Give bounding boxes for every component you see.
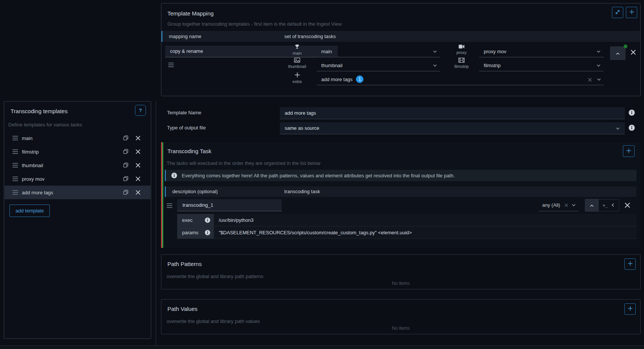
- filmstrip-icon: [458, 58, 465, 64]
- slot-main-label: main: [285, 51, 309, 55]
- trophy-icon: [294, 45, 300, 51]
- sidebar-item-proxy-mov[interactable]: proxy mov: [5, 172, 150, 186]
- template-mapping-title: Template Mapping: [167, 10, 214, 17]
- filmstrip-template-dropdown[interactable]: filmstrip: [479, 60, 604, 71]
- sidebar-item-main[interactable]: main: [5, 131, 150, 145]
- path-patterns-section: Path Patterns overwrite the global and l…: [161, 254, 641, 289]
- plus-icon: [626, 148, 632, 155]
- slot-proxy: proxy: [450, 44, 473, 55]
- duplicate-icon[interactable]: [123, 162, 129, 168]
- drag-handle-icon[interactable]: [12, 136, 18, 140]
- transcoding-task-title: Transcoding Task: [167, 148, 212, 154]
- duplicate-icon[interactable]: [123, 135, 129, 141]
- output-type-dropdown[interactable]: same as source: [280, 122, 625, 134]
- sidebar-item-label: main: [22, 135, 32, 141]
- duplicate-icon[interactable]: [123, 189, 129, 195]
- help-button[interactable]: ?: [135, 105, 146, 116]
- sidebar-item-label: add more tags: [22, 190, 53, 195]
- close-icon[interactable]: [135, 163, 141, 168]
- close-icon[interactable]: [135, 135, 141, 141]
- close-icon[interactable]: [135, 190, 141, 195]
- path-patterns-title: Path Patterns: [167, 261, 202, 267]
- duplicate-icon[interactable]: [123, 149, 129, 154]
- add-template-button[interactable]: add template: [9, 204, 50, 217]
- sidebar-item-thumbnail[interactable]: thumbnail: [5, 158, 150, 172]
- main-template-dropdown[interactable]: main: [317, 46, 440, 57]
- task-description-input[interactable]: transcoding_1: [177, 199, 282, 211]
- path-values-empty: No items: [161, 326, 640, 331]
- path-values-subtitle: overwrite the global and library path va…: [167, 318, 260, 324]
- slot-proxy-label: proxy: [450, 50, 473, 55]
- chevron-left-icon[interactable]: [612, 203, 614, 208]
- clear-icon[interactable]: [564, 203, 568, 207]
- chevron-down-icon: [596, 50, 601, 53]
- path-values-title: Path Values: [167, 306, 198, 312]
- output-type-value: same as source: [285, 125, 319, 131]
- duplicate-icon[interactable]: [123, 176, 129, 181]
- column-set-of-tasks: set of transcoding tasks: [284, 34, 336, 39]
- close-icon[interactable]: [135, 149, 141, 154]
- vertical-divider: [156, 101, 156, 345]
- transcoding-task-card: Transcoding Task The tasks will exectued…: [161, 142, 641, 248]
- remove-mapping-button[interactable]: [630, 49, 636, 55]
- terminal-icon[interactable]: >_: [603, 203, 607, 208]
- slot-main: main: [285, 44, 309, 55]
- drag-handle-icon[interactable]: [12, 177, 18, 181]
- remove-task-button[interactable]: [624, 202, 630, 208]
- transcoding-templates-panel: Transcoding templates ? Define templates…: [4, 101, 151, 339]
- expand-button[interactable]: [612, 7, 623, 18]
- move-task-up-button[interactable]: [585, 199, 599, 212]
- sidebar-title: Transcoding templates: [11, 108, 67, 114]
- params-value[interactable]: "$DASELEMENT_RESOURCES/scripts/custom/cr…: [219, 230, 412, 235]
- thumbnail-template-value: thumbnail: [321, 63, 342, 68]
- task-table-header: description (optional) transcoding task: [165, 186, 636, 197]
- drag-handle-icon[interactable]: [168, 63, 174, 67]
- proxy-template-dropdown[interactable]: proxy mov: [479, 46, 604, 57]
- chevron-down-icon: [597, 78, 601, 81]
- chevron-down-icon: [433, 64, 437, 67]
- task-row: transcoding_1 any (All) >_: [165, 199, 636, 213]
- thumbnail-template-dropdown[interactable]: thumbnail: [317, 60, 440, 71]
- chevron-up-icon: [616, 51, 620, 56]
- slot-extra-label: extra: [285, 79, 309, 84]
- close-icon[interactable]: [135, 176, 141, 181]
- mapping-table-header: mapping name set of transcoding tasks: [161, 31, 640, 42]
- sidebar-item-filmstrip[interactable]: filmstrip: [5, 145, 150, 158]
- mapping-name-input[interactable]: copy & rename: [165, 46, 338, 57]
- mapping-row: copy & rename main: [161, 42, 640, 96]
- chevron-up-icon: [590, 203, 594, 208]
- filmstrip-template-value: filmstrip: [484, 63, 501, 68]
- drag-handle-icon[interactable]: [167, 203, 172, 208]
- template-name-input[interactable]: add more tags: [280, 107, 625, 119]
- extra-template-value: add more tags: [321, 77, 353, 82]
- extra-count-badge: 1: [356, 75, 363, 83]
- info-icon[interactable]: [629, 109, 635, 116]
- path-values-section: Path Values overwrite the global and lib…: [161, 299, 641, 334]
- exec-row: exec /usr/bin/python3: [177, 214, 636, 226]
- move-mapping-up-button[interactable]: [610, 46, 626, 60]
- sidebar-item-add-more-tags[interactable]: add more tags: [5, 186, 150, 199]
- slot-filmstrip: filmstrip: [450, 58, 473, 69]
- add-task-button[interactable]: [623, 145, 635, 157]
- app-root: Template Mapping Group together transcod…: [0, 0, 644, 349]
- info-icon[interactable]: [205, 230, 210, 235]
- info-icon[interactable]: [205, 217, 210, 223]
- expand-icon: [615, 9, 621, 16]
- extra-template-dropdown[interactable]: add more tags 1: [317, 74, 604, 85]
- slot-extra: extra: [285, 72, 309, 84]
- drag-handle-icon[interactable]: [12, 149, 18, 154]
- exec-value[interactable]: /usr/bin/python3: [219, 217, 254, 223]
- task-tools-group: >_: [598, 199, 619, 211]
- drag-handle-icon[interactable]: [12, 190, 18, 195]
- add-mapping-button[interactable]: [626, 7, 637, 18]
- path-patterns-subtitle: overwrite the global and library path pa…: [167, 274, 264, 279]
- info-icon[interactable]: [629, 125, 635, 131]
- column-description: description (optional): [172, 189, 218, 194]
- clear-icon[interactable]: [588, 77, 592, 83]
- exec-label: exec: [182, 217, 205, 223]
- chevron-down-icon: [572, 204, 576, 206]
- add-path-pattern-button[interactable]: [624, 258, 636, 270]
- task-filter-dropdown[interactable]: any (All): [538, 199, 579, 211]
- add-path-value-button[interactable]: [624, 303, 636, 315]
- drag-handle-icon[interactable]: [12, 163, 18, 168]
